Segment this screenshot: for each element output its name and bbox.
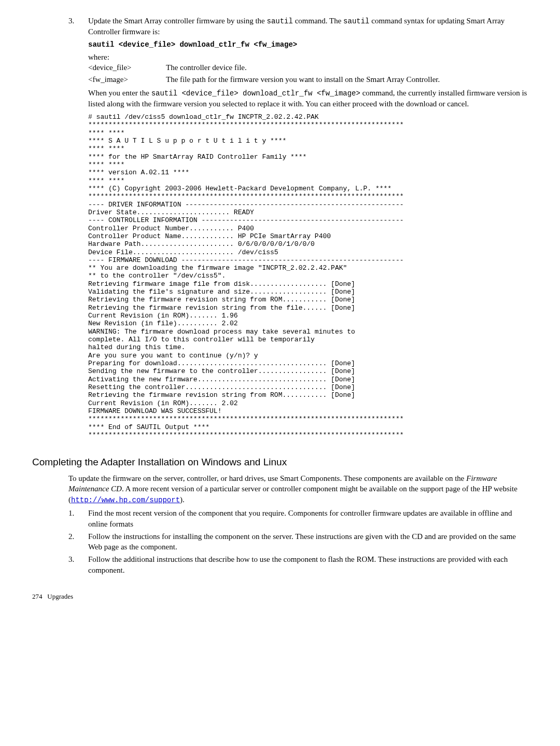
chapter-title: Upgrades (47, 592, 73, 600)
section2-step-1: 1. Find the most recent version of the c… (68, 508, 528, 529)
step-number: 2. (68, 531, 88, 552)
step-3: 3. Update the Smart Array controller fir… (68, 16, 528, 446)
param-fw-image: <fw_image> The file path for the firmwar… (88, 74, 528, 85)
step-3-body: Update the Smart Array controller firmwa… (88, 16, 528, 446)
step-text: Find the most recent version of the comp… (88, 508, 528, 529)
section2-step-3: 3. Follow the additional instructions th… (68, 554, 528, 575)
param-device-file: <device_file> The controller device file… (88, 62, 528, 73)
sautil-command-syntax: sautil <device_file> download_ctlr_fw <f… (88, 40, 528, 50)
step-number: 1. (68, 508, 88, 529)
step-text: Follow the additional instructions that … (88, 554, 528, 575)
param-desc: The file path for the firmware version y… (166, 74, 528, 85)
step-3-text: Update the Smart Array controller firmwa… (88, 17, 505, 36)
page-number: 274 (32, 592, 43, 600)
hp-support-link[interactable]: http://www.hp.com/support (71, 496, 180, 504)
where-label: where: (88, 52, 528, 62)
when-paragraph: When you enter the sautil <device_file> … (88, 88, 528, 109)
param-desc: The controller device file. (166, 62, 528, 73)
param-name: <fw_image> (88, 74, 166, 85)
step-number: 3. (68, 554, 88, 575)
page-footer: 274 Upgrades (32, 592, 528, 601)
section2-step-2: 2. Follow the instructions for installin… (68, 531, 528, 552)
step-text: Follow the instructions for installing t… (88, 531, 528, 552)
step-3-number: 3. (68, 16, 88, 446)
section2-intro: To update the firmware on the server, co… (68, 473, 528, 505)
param-name: <device_file> (88, 62, 166, 73)
section-heading-completing-adapter: Completing the Adapter Installation on W… (32, 455, 528, 469)
sautil-output-block: # sautil /dev/ciss5 download_ctlr_fw INC… (88, 113, 528, 439)
